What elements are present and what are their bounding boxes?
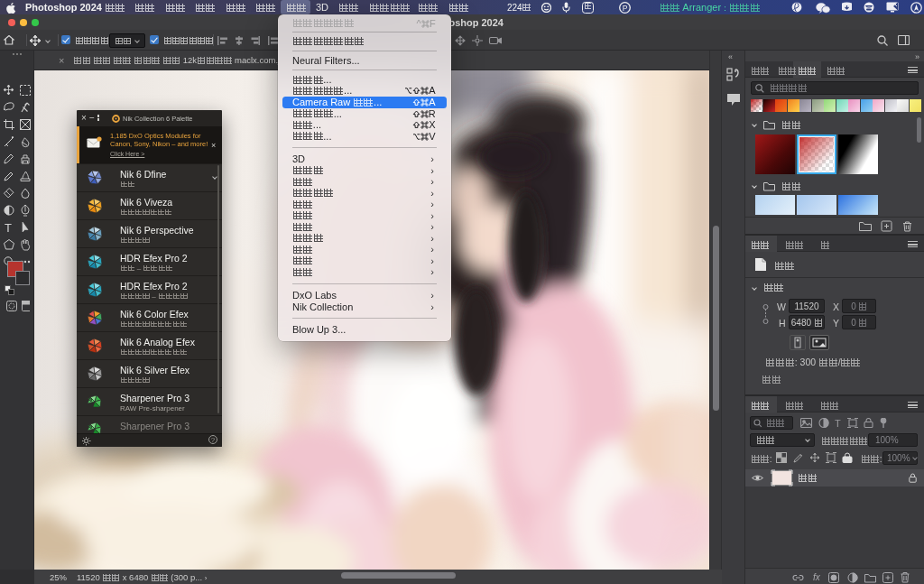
svg-text:T: T — [835, 418, 841, 429]
svg-text:P: P — [623, 3, 628, 12]
svg-text:T: T — [5, 221, 12, 235]
